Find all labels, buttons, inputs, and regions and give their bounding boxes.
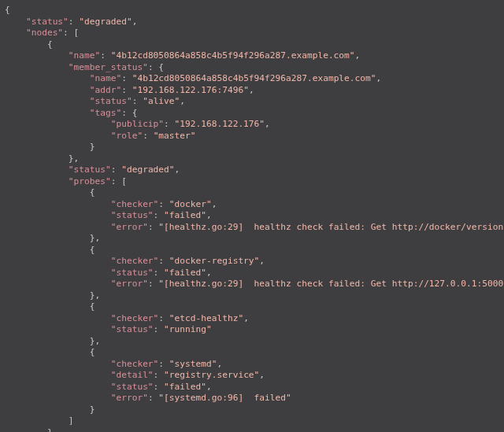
tag-role: "master" <box>154 131 196 141</box>
tag-publicip: "192.168.122.176" <box>175 119 265 129</box>
probe0-status: "failed" <box>164 210 206 220</box>
probe3-detail: "registry.service" <box>164 370 259 380</box>
probe1-status: "failed" <box>164 268 206 278</box>
probe3-checker: "systemd" <box>169 359 217 369</box>
probe0-checker: "docker" <box>169 199 212 209</box>
node-name: "4b12cd8050864a858c4b5f94f296a287.exampl… <box>111 50 355 61</box>
probe3-status: "failed" <box>164 382 206 392</box>
member-status-val: "alive" <box>143 96 180 106</box>
member-addr: "192.168.122.176:7496" <box>132 85 249 95</box>
probe2-checker: "etcd-healthz" <box>169 313 243 323</box>
probe3-error: "[systemd.go:96] failed" <box>158 393 291 403</box>
probe1-checker: "docker-registry" <box>169 256 260 266</box>
probe2-status: "running" <box>164 324 212 334</box>
probe0-error: "[healthz.go:29] healthz check failed: G… <box>158 222 504 232</box>
member-name: "4b12cd8050864a858c4b5f94f296a287.exampl… <box>132 73 376 83</box>
node-status: "degraded" <box>121 164 174 175</box>
root-status: "degraded" <box>79 17 132 27</box>
probe1-error: "[healthz.go:29] healthz check failed: G… <box>158 279 504 289</box>
json-output: { "status": "degraded", "nodes": [ { "na… <box>0 0 504 432</box>
